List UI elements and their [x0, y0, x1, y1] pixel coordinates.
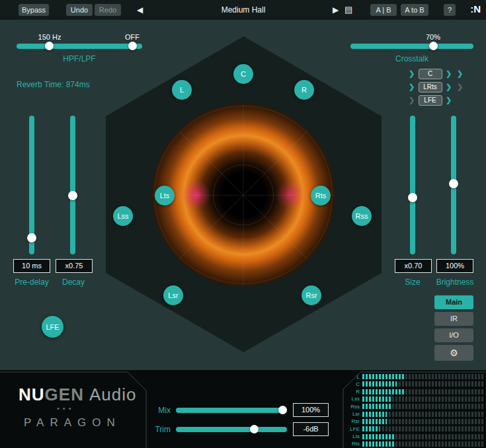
meter-bar	[362, 381, 484, 387]
meter-fill	[362, 389, 404, 394]
channel-puck-lfe[interactable]: LFE	[42, 316, 63, 338]
channel-puck-rss[interactable]: Rss	[352, 206, 372, 226]
crosstalk-label: Crosstalk	[350, 54, 473, 63]
meter-label: Rts	[346, 441, 362, 447]
hpf-value-label: 150 Hz	[36, 33, 63, 41]
meter-label: Lsr	[346, 411, 362, 417]
meter-fill	[362, 426, 380, 431]
meter-label: Rss	[346, 404, 362, 410]
settings-gear-button[interactable]: ⚙	[434, 345, 473, 361]
meter-bar	[362, 412, 484, 417]
paragon-plugin-window: Bypass Undo Redo ◀ Medium Hall ▶ ▤ A | B…	[0, 0, 486, 448]
meter-row: R	[346, 389, 484, 395]
brand-logo: NUGENAudio	[19, 385, 136, 405]
trim-label: Trim	[149, 425, 171, 434]
trim-value-box[interactable]: -6dB	[293, 422, 329, 436]
channel-puck-c[interactable]: C	[233, 64, 253, 84]
preset-list-icon[interactable]: ▤	[344, 5, 352, 15]
routing-lfe-button[interactable]: LFE	[419, 95, 442, 106]
a-to-b-button[interactable]: A to B	[401, 4, 428, 16]
decay-slider[interactable]	[70, 116, 75, 254]
product-name: PARAGON	[24, 416, 121, 429]
size-slider[interactable]	[410, 116, 415, 254]
brightness-slider-thumb[interactable]	[449, 179, 458, 188]
redo-button[interactable]: Redo	[95, 4, 121, 16]
meter-bar	[362, 434, 484, 439]
hpf-slider-thumb[interactable]	[45, 42, 54, 50]
tab-ir[interactable]: IR	[434, 312, 473, 326]
trim-slider[interactable]	[176, 427, 287, 432]
hpf-lpf-label: HPF/LPF	[17, 54, 142, 63]
chevron-right-icon[interactable]: ❯	[444, 83, 454, 91]
channel-puck-lsr[interactable]: Lsr	[163, 285, 183, 305]
channel-puck-rts[interactable]: Rts	[311, 186, 331, 205]
meter-bar	[362, 419, 484, 424]
help-button[interactable]: ?	[444, 4, 456, 16]
lpf-value-label: OFF	[122, 33, 142, 41]
hpf-lpf-slider[interactable]	[17, 44, 142, 49]
crosstalk-slider[interactable]	[350, 44, 473, 49]
meter-row: Lss	[346, 396, 484, 402]
ab-compare-button[interactable]: A | B	[370, 4, 397, 16]
channel-puck-lts[interactable]: Lts	[155, 186, 175, 205]
size-value-box[interactable]: x0.70	[395, 259, 432, 273]
next-preset-icon[interactable]: ▶	[333, 5, 339, 15]
routing-row-lfe: ❯ LFE ❯ ❯	[397, 94, 475, 106]
reverb-visualization	[152, 104, 335, 286]
chevron-right-icon[interactable]: ❯	[444, 69, 454, 78]
meter-row: Lsr	[346, 411, 484, 418]
meter-bar	[362, 396, 484, 402]
pre-delay-slider[interactable]	[29, 116, 34, 254]
undo-button[interactable]: Undo	[66, 4, 93, 16]
size-slider-thumb[interactable]	[408, 193, 417, 202]
trim-slider-thumb[interactable]	[250, 425, 259, 433]
mix-slider[interactable]	[176, 408, 287, 413]
routing-c-button[interactable]: C	[419, 69, 442, 79]
meter-row: C	[346, 381, 484, 387]
crosstalk-value-label: 70%	[420, 33, 446, 41]
routing-row-c: ❯ C ❯ ❯	[397, 68, 475, 79]
chevron-left-icon[interactable]: ❯	[407, 96, 417, 104]
meter-row: Rss	[346, 403, 484, 410]
channel-puck-rsr[interactable]: Rsr	[302, 285, 321, 305]
meter-bar	[362, 389, 484, 394]
brand-dots: •••	[57, 404, 75, 412]
pre-delay-slider-thumb[interactable]	[27, 233, 36, 243]
mix-slider-thumb[interactable]	[278, 406, 287, 414]
meter-label: LFE	[346, 426, 362, 432]
meter-label: Lts	[346, 433, 362, 439]
brand-gen: GEN	[45, 385, 84, 404]
preset-name[interactable]: Medium Hall	[185, 0, 302, 20]
routing-row-lrts: ❯ LRts ❯ ❯	[397, 81, 475, 93]
chevron-right-icon[interactable]: ❯	[456, 69, 465, 78]
meter-row: L	[346, 373, 484, 380]
decay-value-box[interactable]: x0.75	[56, 259, 93, 273]
brightness-slider[interactable]	[451, 116, 456, 254]
previous-preset-icon[interactable]: ◀	[137, 5, 143, 15]
meter-bar	[362, 426, 484, 431]
decay-label: Decay	[54, 278, 93, 287]
pre-delay-value-box[interactable]: 10 ms	[13, 259, 50, 273]
channel-puck-l[interactable]: L	[172, 80, 192, 100]
channel-puck-lss[interactable]: Lss	[113, 206, 133, 226]
meter-fill	[362, 419, 387, 424]
channel-puck-r[interactable]: R	[294, 80, 314, 100]
brightness-value-box[interactable]: 100%	[436, 259, 473, 273]
mix-value-box[interactable]: 100%	[293, 403, 329, 417]
decay-slider-thumb[interactable]	[68, 191, 77, 200]
meter-fill	[362, 381, 397, 387]
meter-fill	[362, 374, 404, 379]
bypass-button[interactable]: Bypass	[19, 4, 49, 16]
meter-row: Rts	[346, 441, 484, 447]
chevron-left-icon[interactable]: ❯	[407, 69, 417, 78]
mix-label: Mix	[149, 406, 171, 415]
lpf-slider-thumb[interactable]	[128, 42, 137, 50]
chevron-left-icon[interactable]: ❯	[407, 83, 417, 91]
crosstalk-slider-thumb[interactable]	[429, 42, 438, 50]
chevron-right-icon[interactable]: ❯	[444, 96, 454, 104]
chevron-right-icon[interactable]: ❯	[456, 83, 465, 91]
size-label: Size	[396, 278, 429, 287]
tab-main[interactable]: Main	[434, 295, 473, 309]
routing-lrts-button[interactable]: LRts	[419, 82, 442, 93]
tab-io[interactable]: I/O	[434, 328, 473, 342]
